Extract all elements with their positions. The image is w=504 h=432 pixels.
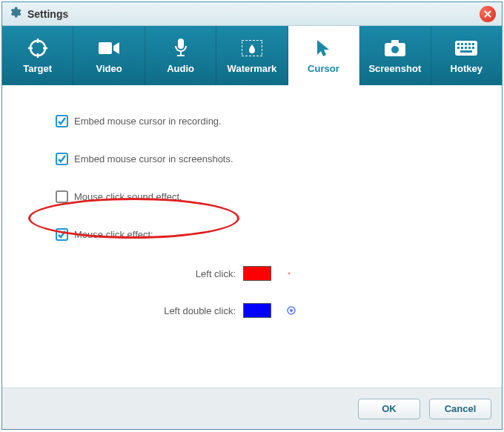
svg-rect-12 <box>472 43 474 45</box>
tab-watermark[interactable]: Watermark <box>216 26 288 85</box>
window-title: Settings <box>27 8 68 20</box>
check-icon <box>57 230 67 239</box>
color-label: Left click: <box>154 268 236 279</box>
svg-point-6 <box>391 46 399 53</box>
left-double-click-color-row: Left double click: <box>154 303 457 318</box>
tab-label: Audio <box>167 63 194 74</box>
tab-label: Hotkey <box>451 63 483 74</box>
ok-button[interactable]: OK <box>358 399 420 419</box>
titlebar: Settings <box>2 2 502 26</box>
left-double-click-preview <box>286 305 296 316</box>
tab-cursor[interactable]: Cursor <box>288 26 359 85</box>
option-label: Embed mouse cursor in screenshots. <box>74 153 233 165</box>
svg-rect-1 <box>99 42 112 54</box>
footer: OK Cancel <box>2 388 502 429</box>
left-click-color-swatch[interactable] <box>243 266 271 281</box>
left-click-preview <box>286 270 292 276</box>
check-icon <box>57 154 67 164</box>
option-label: Mouse click effect: <box>74 229 153 240</box>
left-double-click-color-swatch[interactable] <box>243 303 271 318</box>
video-icon <box>99 38 119 59</box>
cursor-icon <box>316 38 331 59</box>
watermark-icon <box>242 38 262 59</box>
tabs: Target Video Audio Watermark Cursor Scre… <box>2 26 502 85</box>
tab-label: Target <box>23 63 52 74</box>
hotkey-icon <box>455 38 477 59</box>
svg-rect-5 <box>391 40 399 44</box>
checkbox-embed-screenshots[interactable] <box>56 153 68 165</box>
svg-rect-2 <box>178 39 184 49</box>
cancel-button[interactable]: Cancel <box>429 399 491 419</box>
option-embed-screenshots: Embed mouse cursor in screenshots. <box>56 153 457 165</box>
checkbox-click-effect[interactable] <box>56 228 68 241</box>
screenshot-icon <box>385 38 405 59</box>
audio-icon <box>173 38 188 59</box>
tab-video[interactable]: Video <box>73 26 145 85</box>
svg-rect-11 <box>468 43 471 45</box>
tab-audio[interactable]: Audio <box>145 26 216 85</box>
option-label: Embed mouse cursor in recording. <box>74 116 222 127</box>
svg-rect-15 <box>465 47 467 49</box>
svg-rect-14 <box>461 47 463 49</box>
svg-rect-13 <box>457 47 460 49</box>
tab-hotkey[interactable]: Hotkey <box>431 26 502 85</box>
checkbox-embed-recording[interactable] <box>56 115 68 127</box>
color-label: Left double click: <box>154 305 236 316</box>
tab-label: Screenshot <box>368 63 421 74</box>
gear-icon <box>8 6 21 22</box>
svg-rect-17 <box>472 47 474 49</box>
check-icon <box>57 116 67 126</box>
svg-point-21 <box>290 309 293 312</box>
tab-label: Watermark <box>228 63 277 74</box>
option-click-sound: Mouse click sound effect. <box>56 190 457 203</box>
option-label: Mouse click sound effect. <box>74 191 182 202</box>
target-icon <box>28 38 47 59</box>
tab-screenshot[interactable]: Screenshot <box>359 26 431 85</box>
content-panel: Embed mouse cursor in recording. Embed m… <box>2 85 502 388</box>
left-click-color-row: Left click: <box>154 266 457 281</box>
svg-rect-9 <box>461 43 463 45</box>
svg-rect-16 <box>468 47 471 49</box>
close-button[interactable] <box>480 6 496 22</box>
svg-rect-18 <box>460 50 472 53</box>
svg-rect-8 <box>457 43 460 45</box>
tab-target[interactable]: Target <box>2 26 73 85</box>
option-click-effect: Mouse click effect: <box>56 228 457 241</box>
svg-rect-10 <box>465 43 467 45</box>
close-icon <box>484 10 491 18</box>
settings-window: Settings Target Video Audio Watermark Cu… <box>1 1 503 430</box>
option-embed-recording: Embed mouse cursor in recording. <box>56 115 457 127</box>
tab-label: Cursor <box>308 63 339 74</box>
tab-label: Video <box>96 63 122 74</box>
svg-point-19 <box>288 273 291 275</box>
checkbox-click-sound[interactable] <box>56 190 68 203</box>
